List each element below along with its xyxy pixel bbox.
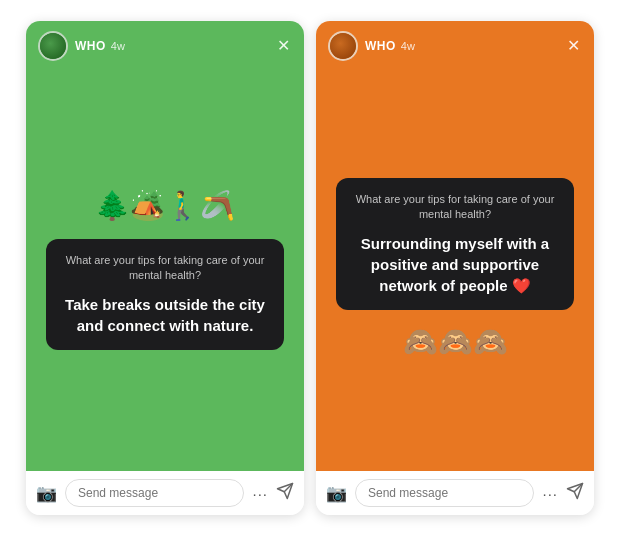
story-header-orange: WHO 4w ✕	[316, 21, 594, 67]
emoji-row-green: 🌲🏕️🚶‍♂️🪃	[95, 188, 235, 224]
avatar-inner-green	[40, 33, 66, 59]
send-input-green[interactable]	[65, 479, 244, 507]
dots-button-green[interactable]: ···	[252, 485, 268, 502]
time-label-orange: 4w	[401, 40, 415, 52]
avatar-orange	[328, 31, 358, 61]
time-label-green: 4w	[111, 40, 125, 52]
story-content-green: 🌲🏕️🚶‍♂️🪃 What are your tips for taking c…	[26, 67, 304, 471]
avatar-green	[38, 31, 68, 61]
question-card-green: What are your tips for taking care of yo…	[46, 239, 284, 350]
story-card-orange: WHO 4w ✕ What are your tips for taking c…	[316, 21, 594, 515]
close-button-green[interactable]: ✕	[275, 36, 292, 56]
story-main-green: WHO 4w ✕ 🌲🏕️🚶‍♂️🪃 What are your tips for…	[26, 21, 304, 471]
story-content-orange: What are your tips for taking care of yo…	[316, 67, 594, 471]
emoji-row-orange: 🙈🙈🙈	[403, 324, 508, 360]
story-feed: WHO 4w ✕ 🌲🏕️🚶‍♂️🪃 What are your tips for…	[26, 21, 594, 515]
dots-button-orange[interactable]: ···	[542, 485, 558, 502]
send-input-orange[interactable]	[355, 479, 534, 507]
answer-text-orange: Surrounding myself with a positive and s…	[352, 233, 558, 296]
story-main-orange: WHO 4w ✕ What are your tips for taking c…	[316, 21, 594, 471]
send-button-orange[interactable]	[566, 482, 584, 505]
header-info-green: WHO 4w	[75, 39, 275, 53]
who-label-orange: WHO	[365, 39, 396, 53]
question-card-orange: What are your tips for taking care of yo…	[336, 178, 574, 310]
answer-text-green: Take breaks outside the city and connect…	[62, 294, 268, 336]
story-header-green: WHO 4w ✕	[26, 21, 304, 67]
camera-icon-orange[interactable]: 📷	[326, 483, 347, 504]
send-button-green[interactable]	[276, 482, 294, 505]
story-bottom-green: 📷 ···	[26, 471, 304, 515]
who-label-green: WHO	[75, 39, 106, 53]
avatar-inner-orange	[330, 33, 356, 59]
camera-icon-green[interactable]: 📷	[36, 483, 57, 504]
story-card-green: WHO 4w ✕ 🌲🏕️🚶‍♂️🪃 What are your tips for…	[26, 21, 304, 515]
close-button-orange[interactable]: ✕	[565, 36, 582, 56]
question-text-green: What are your tips for taking care of yo…	[62, 253, 268, 284]
header-info-orange: WHO 4w	[365, 39, 565, 53]
story-bottom-orange: 📷 ···	[316, 471, 594, 515]
question-text-orange: What are your tips for taking care of yo…	[352, 192, 558, 223]
